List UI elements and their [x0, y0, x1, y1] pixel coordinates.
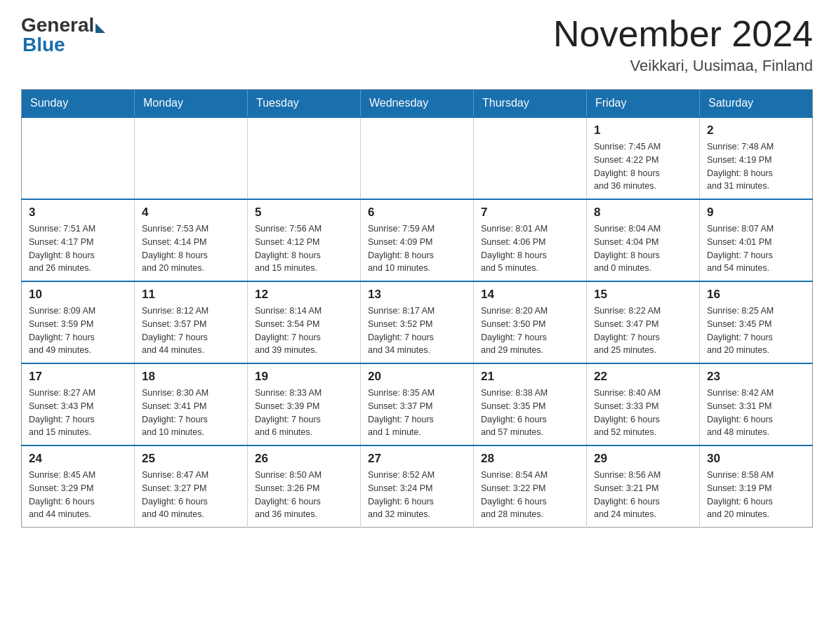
- calendar-cell: 10Sunrise: 8:09 AMSunset: 3:59 PMDayligh…: [22, 281, 135, 363]
- calendar-week-row: 24Sunrise: 8:45 AMSunset: 3:29 PMDayligh…: [22, 445, 813, 528]
- calendar-cell: 30Sunrise: 8:58 AMSunset: 3:19 PMDayligh…: [700, 445, 813, 528]
- day-info: Sunrise: 8:52 AMSunset: 3:24 PMDaylight:…: [368, 469, 466, 521]
- day-number: 15: [594, 288, 692, 302]
- calendar-body: 1Sunrise: 7:45 AMSunset: 4:22 PMDaylight…: [22, 117, 813, 528]
- weekday-header-row: SundayMondayTuesdayWednesdayThursdayFrid…: [22, 90, 813, 118]
- day-number: 18: [142, 370, 240, 384]
- day-number: 7: [481, 206, 579, 220]
- day-number: 20: [368, 370, 466, 384]
- logo-blue-text: Blue: [22, 34, 65, 56]
- calendar-cell: 28Sunrise: 8:54 AMSunset: 3:22 PMDayligh…: [474, 445, 587, 528]
- calendar-cell: 21Sunrise: 8:38 AMSunset: 3:35 PMDayligh…: [474, 363, 587, 445]
- weekday-header-tuesday: Tuesday: [248, 90, 361, 118]
- day-number: 23: [707, 370, 805, 384]
- calendar-cell: 15Sunrise: 8:22 AMSunset: 3:47 PMDayligh…: [587, 281, 700, 363]
- calendar-cell: 3Sunrise: 7:51 AMSunset: 4:17 PMDaylight…: [22, 199, 135, 281]
- day-number: 16: [707, 288, 805, 302]
- calendar-cell: 16Sunrise: 8:25 AMSunset: 3:45 PMDayligh…: [700, 281, 813, 363]
- day-info: Sunrise: 7:53 AMSunset: 4:14 PMDaylight:…: [142, 222, 240, 275]
- calendar-table: SundayMondayTuesdayWednesdayThursdayFrid…: [21, 89, 813, 528]
- calendar-cell: 5Sunrise: 7:56 AMSunset: 4:12 PMDaylight…: [248, 199, 361, 281]
- day-number: 4: [142, 206, 240, 220]
- calendar-cell: [361, 117, 474, 199]
- day-info: Sunrise: 8:20 AMSunset: 3:50 PMDaylight:…: [481, 304, 579, 357]
- weekday-header-thursday: Thursday: [474, 90, 587, 118]
- day-info: Sunrise: 7:45 AMSunset: 4:22 PMDaylight:…: [594, 140, 692, 193]
- calendar-cell: 11Sunrise: 8:12 AMSunset: 3:57 PMDayligh…: [135, 281, 248, 363]
- calendar-cell: 14Sunrise: 8:20 AMSunset: 3:50 PMDayligh…: [474, 281, 587, 363]
- calendar-cell: 9Sunrise: 8:07 AMSunset: 4:01 PMDaylight…: [700, 199, 813, 281]
- day-number: 26: [255, 452, 353, 466]
- calendar-week-row: 1Sunrise: 7:45 AMSunset: 4:22 PMDaylight…: [22, 117, 813, 199]
- calendar-cell: 7Sunrise: 8:01 AMSunset: 4:06 PMDaylight…: [474, 199, 587, 281]
- weekday-header-monday: Monday: [135, 90, 248, 118]
- calendar-cell: 25Sunrise: 8:47 AMSunset: 3:27 PMDayligh…: [135, 445, 248, 528]
- location-label: Veikkari, Uusimaa, Finland: [553, 57, 813, 75]
- calendar-cell: 19Sunrise: 8:33 AMSunset: 3:39 PMDayligh…: [248, 363, 361, 445]
- day-info: Sunrise: 7:56 AMSunset: 4:12 PMDaylight:…: [255, 222, 353, 275]
- day-info: Sunrise: 8:54 AMSunset: 3:22 PMDaylight:…: [481, 469, 579, 521]
- calendar-cell: 6Sunrise: 7:59 AMSunset: 4:09 PMDaylight…: [361, 199, 474, 281]
- day-number: 27: [368, 452, 466, 466]
- weekday-header-saturday: Saturday: [700, 90, 813, 118]
- calendar-cell: 29Sunrise: 8:56 AMSunset: 3:21 PMDayligh…: [587, 445, 700, 528]
- calendar-cell: [135, 117, 248, 199]
- calendar-cell: [22, 117, 135, 199]
- calendar-header: SundayMondayTuesdayWednesdayThursdayFrid…: [22, 90, 813, 118]
- title-section: November 2024 Veikkari, Uusimaa, Finland: [553, 14, 813, 75]
- day-info: Sunrise: 8:50 AMSunset: 3:26 PMDaylight:…: [255, 469, 353, 521]
- day-number: 30: [707, 452, 805, 466]
- calendar-cell: 1Sunrise: 7:45 AMSunset: 4:22 PMDaylight…: [587, 117, 700, 199]
- day-info: Sunrise: 7:51 AMSunset: 4:17 PMDaylight:…: [29, 222, 127, 275]
- day-number: 9: [707, 206, 805, 220]
- calendar-cell: 17Sunrise: 8:27 AMSunset: 3:43 PMDayligh…: [22, 363, 135, 445]
- calendar-cell: 22Sunrise: 8:40 AMSunset: 3:33 PMDayligh…: [587, 363, 700, 445]
- day-number: 24: [29, 452, 127, 466]
- calendar-cell: 27Sunrise: 8:52 AMSunset: 3:24 PMDayligh…: [361, 445, 474, 528]
- calendar-cell: 20Sunrise: 8:35 AMSunset: 3:37 PMDayligh…: [361, 363, 474, 445]
- calendar-cell: 13Sunrise: 8:17 AMSunset: 3:52 PMDayligh…: [361, 281, 474, 363]
- day-info: Sunrise: 8:47 AMSunset: 3:27 PMDaylight:…: [142, 469, 240, 521]
- calendar-cell: 2Sunrise: 7:48 AMSunset: 4:19 PMDaylight…: [700, 117, 813, 199]
- calendar-cell: 24Sunrise: 8:45 AMSunset: 3:29 PMDayligh…: [22, 445, 135, 528]
- page-header: General Blue November 2024 Veikkari, Uus…: [21, 14, 813, 75]
- calendar-cell: 8Sunrise: 8:04 AMSunset: 4:04 PMDaylight…: [587, 199, 700, 281]
- logo: General Blue: [21, 14, 105, 56]
- day-info: Sunrise: 8:33 AMSunset: 3:39 PMDaylight:…: [255, 387, 353, 439]
- day-info: Sunrise: 8:04 AMSunset: 4:04 PMDaylight:…: [594, 222, 692, 275]
- calendar-week-row: 3Sunrise: 7:51 AMSunset: 4:17 PMDaylight…: [22, 199, 813, 281]
- logo-arrow-icon: [95, 23, 105, 33]
- day-info: Sunrise: 8:38 AMSunset: 3:35 PMDaylight:…: [481, 387, 579, 439]
- day-info: Sunrise: 8:01 AMSunset: 4:06 PMDaylight:…: [481, 222, 579, 275]
- day-info: Sunrise: 8:12 AMSunset: 3:57 PMDaylight:…: [142, 304, 240, 357]
- day-info: Sunrise: 8:07 AMSunset: 4:01 PMDaylight:…: [707, 222, 805, 275]
- calendar-cell: 23Sunrise: 8:42 AMSunset: 3:31 PMDayligh…: [700, 363, 813, 445]
- day-number: 2: [707, 123, 805, 137]
- calendar-cell: 4Sunrise: 7:53 AMSunset: 4:14 PMDaylight…: [135, 199, 248, 281]
- day-info: Sunrise: 8:09 AMSunset: 3:59 PMDaylight:…: [29, 304, 127, 357]
- day-number: 11: [142, 288, 240, 302]
- day-info: Sunrise: 8:25 AMSunset: 3:45 PMDaylight:…: [707, 304, 805, 357]
- calendar-cell: [474, 117, 587, 199]
- day-number: 3: [29, 206, 127, 220]
- day-number: 12: [255, 288, 353, 302]
- month-title: November 2024: [553, 14, 813, 54]
- day-number: 28: [481, 452, 579, 466]
- day-number: 22: [594, 370, 692, 384]
- weekday-header-friday: Friday: [587, 90, 700, 118]
- day-info: Sunrise: 8:42 AMSunset: 3:31 PMDaylight:…: [707, 387, 805, 439]
- day-number: 1: [594, 123, 692, 137]
- day-number: 6: [368, 206, 466, 220]
- day-info: Sunrise: 8:58 AMSunset: 3:19 PMDaylight:…: [707, 469, 805, 521]
- day-number: 29: [594, 452, 692, 466]
- day-number: 8: [594, 206, 692, 220]
- day-info: Sunrise: 8:22 AMSunset: 3:47 PMDaylight:…: [594, 304, 692, 357]
- calendar-cell: [248, 117, 361, 199]
- day-info: Sunrise: 8:45 AMSunset: 3:29 PMDaylight:…: [29, 469, 127, 521]
- day-number: 17: [29, 370, 127, 384]
- day-number: 21: [481, 370, 579, 384]
- day-info: Sunrise: 8:35 AMSunset: 3:37 PMDaylight:…: [368, 387, 466, 439]
- day-info: Sunrise: 7:48 AMSunset: 4:19 PMDaylight:…: [707, 140, 805, 193]
- day-info: Sunrise: 8:17 AMSunset: 3:52 PMDaylight:…: [368, 304, 466, 357]
- day-number: 25: [142, 452, 240, 466]
